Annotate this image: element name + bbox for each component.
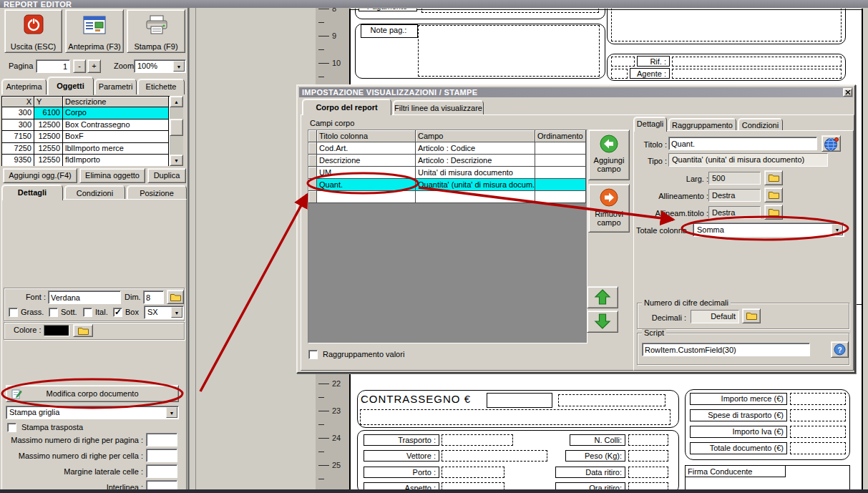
col-header-desc[interactable]: Descrizione xyxy=(63,97,169,107)
window-title: REPORT EDITOR xyxy=(0,0,868,8)
object-row[interactable]: 9350 12550 fldImporto xyxy=(2,155,170,166)
script-input[interactable] xyxy=(642,343,810,356)
col-header-titolo[interactable]: Titolo colonna xyxy=(317,130,416,142)
help-button[interactable]: ? xyxy=(831,341,849,358)
page-minus-button[interactable]: - xyxy=(73,59,86,73)
field-row[interactable]: Descrizione Articolo : Descrizione xyxy=(308,155,587,167)
add-field-button[interactable]: Aggiungi campo xyxy=(588,130,630,180)
allineam-titolo-label: Allineam.titolo : xyxy=(640,209,708,218)
dashed-field xyxy=(360,409,670,425)
dashed-field xyxy=(790,426,846,438)
field-row-empty[interactable] xyxy=(308,191,587,203)
field-row[interactable]: UM Unita' di misura documento xyxy=(308,167,587,179)
decimali-label: Decimali : xyxy=(648,313,686,323)
scroll-up-icon[interactable]: ▲ xyxy=(170,96,183,107)
chevron-down-icon[interactable]: ▼ xyxy=(166,407,177,418)
font-size-folder-button[interactable] xyxy=(167,290,184,304)
dashed-field xyxy=(611,69,628,79)
bold-checkbox[interactable] xyxy=(9,308,18,317)
box-checkbox[interactable] xyxy=(113,308,122,317)
page-plus-button[interactable]: + xyxy=(87,59,101,73)
grid-mode-select[interactable]: Stampa griglia ▼ xyxy=(6,406,179,419)
allineam-titolo-folder-button[interactable] xyxy=(764,205,783,220)
tab-oggetti[interactable]: Oggetti xyxy=(47,77,94,95)
page-number-input[interactable] xyxy=(36,59,70,73)
allineam-titolo-field[interactable]: Destra xyxy=(708,206,761,219)
chevron-down-icon[interactable]: ▼ xyxy=(832,224,843,235)
print-button[interactable]: Stampa (F9) xyxy=(127,9,185,53)
tab-corpo-del-report[interactable]: Corpo del report xyxy=(302,99,391,115)
objects-grid: X Y Descrizione 300 6100 Corpo 300 12500… xyxy=(1,96,170,166)
tab-dettagli[interactable]: Dettagli xyxy=(1,185,63,200)
globe-button[interactable] xyxy=(821,135,841,152)
object-row[interactable]: 7150 12500 BoxF xyxy=(2,131,170,143)
dashed-field xyxy=(421,9,599,13)
larg-folder-button[interactable] xyxy=(764,170,783,185)
objects-grid-header: X Y Descrizione xyxy=(2,97,170,107)
move-up-button[interactable] xyxy=(587,286,618,308)
grouping-checkbox[interactable] xyxy=(308,350,318,359)
dashed-field xyxy=(790,442,846,454)
totale-colonna-select[interactable]: Somma ▼ xyxy=(693,223,844,237)
titolo-input[interactable] xyxy=(668,137,817,150)
color-folder-button[interactable] xyxy=(73,324,93,337)
col-header-ordinamento[interactable]: Ordinamento xyxy=(535,130,586,142)
box-align-select[interactable]: SX ▼ xyxy=(144,306,184,319)
delete-object-button[interactable]: Elimina oggetto xyxy=(79,168,145,183)
field-row[interactable]: Quant. Quantita' (unita' di misura docum… xyxy=(308,179,587,191)
col-header-y[interactable]: Y xyxy=(34,97,63,107)
chevron-down-icon[interactable]: ▼ xyxy=(171,307,182,318)
exit-button[interactable]: Uscita (ESC) xyxy=(4,9,62,53)
larg-field[interactable]: 500 xyxy=(708,172,761,185)
dashed-field xyxy=(628,434,668,446)
chevron-down-icon[interactable]: ▼ xyxy=(173,61,185,72)
tab-posizione[interactable]: Posizione xyxy=(127,185,187,200)
arrow-left-circle-icon xyxy=(598,133,620,155)
max-rows-cell-input[interactable] xyxy=(146,449,177,462)
ruler-number: 24 xyxy=(332,434,341,442)
tab-condizioni[interactable]: Condizioni xyxy=(64,185,125,200)
porto-box: Porto : xyxy=(364,467,439,478)
decimali-folder-button[interactable] xyxy=(742,308,761,323)
allineamento-field[interactable]: Destra xyxy=(708,189,761,202)
dim-label: Dim. xyxy=(125,293,141,302)
tab-etichette[interactable]: Etichette xyxy=(137,79,185,94)
object-row[interactable]: 300 12500 Box Contrassegno xyxy=(2,119,170,132)
preview-button[interactable]: Anteprima (F3) xyxy=(65,9,124,53)
tab-anteprima[interactable]: Anteprima xyxy=(1,79,47,94)
color-swatch[interactable] xyxy=(44,325,69,336)
remove-field-button[interactable]: Rimuovi campo xyxy=(588,184,630,233)
page-label: Pagina xyxy=(9,62,33,71)
underline-checkbox[interactable] xyxy=(49,308,58,317)
object-row[interactable]: 300 6100 Corpo xyxy=(2,107,170,119)
grid-mode-value: Stampa griglia xyxy=(9,408,59,416)
max-rows-page-input[interactable] xyxy=(146,433,177,446)
decimali-field[interactable]: Default xyxy=(691,310,739,323)
tab-filtri-linee[interactable]: Filtri linee da visualizzare xyxy=(393,100,484,115)
add-object-button[interactable]: Aggiungi ogg.(F4) xyxy=(3,168,77,183)
move-down-button[interactable] xyxy=(587,311,618,333)
tab-parametri[interactable]: Parametri xyxy=(94,79,137,94)
font-size-input[interactable] xyxy=(143,291,164,304)
allineamento-folder-button[interactable] xyxy=(764,187,783,202)
font-label: Font : xyxy=(9,293,46,302)
field-row[interactable]: Cod.Art. Articolo : Codice xyxy=(308,142,587,155)
italic-checkbox[interactable] xyxy=(83,308,92,317)
ruler-number: 8 xyxy=(332,8,336,13)
ruler-number: 9 xyxy=(332,31,336,40)
transposed-checkbox[interactable] xyxy=(7,423,16,432)
zoom-select[interactable]: 100% ▼ xyxy=(134,59,186,73)
col-header-x[interactable]: X xyxy=(2,97,34,107)
dialog-titlebar[interactable]: IMPOSTAZIONE VISUALIZZAZIONI / STAMPE xyxy=(299,87,853,97)
font-name-input[interactable] xyxy=(48,291,121,304)
cell-margin-input[interactable] xyxy=(146,464,177,478)
edit-body-button[interactable]: Modifica corpo documento xyxy=(6,385,179,402)
scrollbar-thumb[interactable] xyxy=(170,119,183,136)
tab-detail-dettagli[interactable]: Dettagli xyxy=(633,117,667,132)
scroll-down-icon[interactable]: ▼ xyxy=(170,155,183,166)
object-row[interactable]: 7250 12550 lblImporto merce xyxy=(2,143,170,155)
col-header-campo[interactable]: Campo xyxy=(416,130,535,142)
objects-grid-scrollbar[interactable]: ▲ ▼ xyxy=(170,96,183,166)
duplicate-object-button[interactable]: Duplica xyxy=(147,168,186,183)
close-icon[interactable] xyxy=(843,88,852,97)
